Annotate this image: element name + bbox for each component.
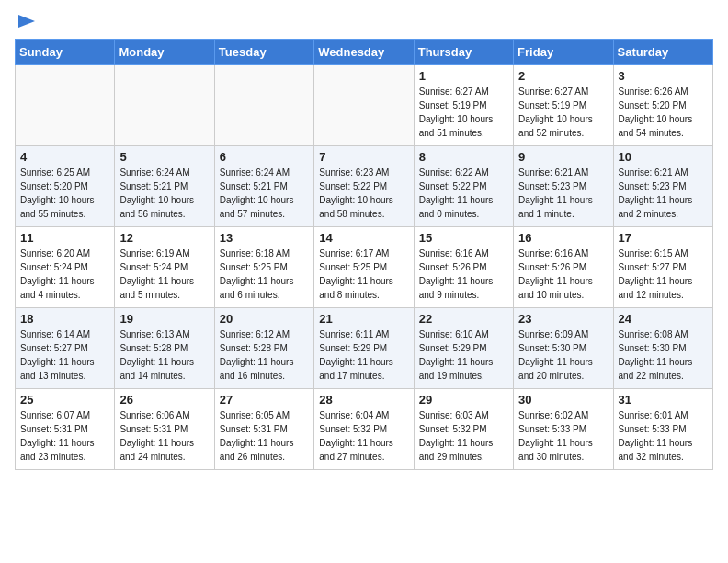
calendar-cell: 24Sunrise: 6:08 AM Sunset: 5:30 PM Dayli… <box>613 308 712 389</box>
cell-info: Sunrise: 6:07 AM Sunset: 5:31 PM Dayligh… <box>20 408 109 464</box>
cell-info: Sunrise: 6:08 AM Sunset: 5:30 PM Dayligh… <box>619 327 708 383</box>
day-number: 21 <box>319 312 408 326</box>
calendar-cell: 22Sunrise: 6:10 AM Sunset: 5:29 PM Dayli… <box>414 308 513 389</box>
calendar-cell: 23Sunrise: 6:09 AM Sunset: 5:30 PM Dayli… <box>514 308 613 389</box>
cell-info: Sunrise: 6:24 AM Sunset: 5:21 PM Dayligh… <box>119 166 209 221</box>
day-header-saturday: Saturday <box>613 40 712 65</box>
cell-info: Sunrise: 6:06 AM Sunset: 5:31 PM Dayligh… <box>119 408 209 464</box>
day-number: 20 <box>220 312 309 326</box>
header <box>15 15 713 31</box>
calendar-cell: 28Sunrise: 6:04 AM Sunset: 5:32 PM Dayli… <box>314 389 414 470</box>
calendar-cell: 20Sunrise: 6:12 AM Sunset: 5:28 PM Dayli… <box>214 308 313 389</box>
day-number: 4 <box>20 150 109 164</box>
calendar-week-row: 11Sunrise: 6:20 AM Sunset: 5:24 PM Dayli… <box>16 227 713 308</box>
day-number: 14 <box>319 231 408 245</box>
calendar-cell <box>115 65 214 146</box>
cell-info: Sunrise: 6:19 AM Sunset: 5:24 PM Dayligh… <box>119 247 209 302</box>
cell-info: Sunrise: 6:18 AM Sunset: 5:25 PM Dayligh… <box>220 247 309 302</box>
cell-info: Sunrise: 6:16 AM Sunset: 5:26 PM Dayligh… <box>419 247 508 302</box>
cell-info: Sunrise: 6:02 AM Sunset: 5:33 PM Dayligh… <box>518 408 608 464</box>
calendar-cell: 8Sunrise: 6:22 AM Sunset: 5:22 PM Daylig… <box>414 146 513 227</box>
cell-info: Sunrise: 6:21 AM Sunset: 5:23 PM Dayligh… <box>518 166 608 221</box>
calendar-cell: 3Sunrise: 6:26 AM Sunset: 5:20 PM Daylig… <box>613 65 712 146</box>
cell-info: Sunrise: 6:04 AM Sunset: 5:32 PM Dayligh… <box>319 408 408 464</box>
calendar-cell: 21Sunrise: 6:11 AM Sunset: 5:29 PM Dayli… <box>314 308 414 389</box>
day-header-wednesday: Wednesday <box>314 40 414 65</box>
day-number: 31 <box>619 393 708 407</box>
calendar-week-row: 25Sunrise: 6:07 AM Sunset: 5:31 PM Dayli… <box>16 389 713 470</box>
cell-info: Sunrise: 6:20 AM Sunset: 5:24 PM Dayligh… <box>20 247 109 302</box>
day-number: 6 <box>220 150 309 164</box>
day-number: 16 <box>518 231 608 245</box>
calendar-cell: 25Sunrise: 6:07 AM Sunset: 5:31 PM Dayli… <box>16 389 115 470</box>
cell-info: Sunrise: 6:24 AM Sunset: 5:21 PM Dayligh… <box>220 166 309 221</box>
cell-info: Sunrise: 6:10 AM Sunset: 5:29 PM Dayligh… <box>419 327 508 383</box>
calendar-header-row: SundayMondayTuesdayWednesdayThursdayFrid… <box>16 40 713 65</box>
calendar-cell: 30Sunrise: 6:02 AM Sunset: 5:33 PM Dayli… <box>514 389 613 470</box>
day-number: 11 <box>20 231 109 245</box>
day-number: 13 <box>220 231 309 245</box>
calendar-week-row: 1Sunrise: 6:27 AM Sunset: 5:19 PM Daylig… <box>16 65 713 146</box>
day-header-thursday: Thursday <box>414 40 513 65</box>
calendar-cell: 26Sunrise: 6:06 AM Sunset: 5:31 PM Dayli… <box>115 389 214 470</box>
day-number: 2 <box>518 69 608 83</box>
day-number: 25 <box>20 393 109 407</box>
cell-info: Sunrise: 6:11 AM Sunset: 5:29 PM Dayligh… <box>319 327 408 383</box>
calendar-cell: 6Sunrise: 6:24 AM Sunset: 5:21 PM Daylig… <box>214 146 313 227</box>
calendar-cell: 4Sunrise: 6:25 AM Sunset: 5:20 PM Daylig… <box>16 146 115 227</box>
calendar-cell: 13Sunrise: 6:18 AM Sunset: 5:25 PM Dayli… <box>214 227 313 308</box>
calendar-cell: 17Sunrise: 6:15 AM Sunset: 5:27 PM Dayli… <box>613 227 712 308</box>
cell-info: Sunrise: 6:27 AM Sunset: 5:19 PM Dayligh… <box>419 85 508 140</box>
cell-info: Sunrise: 6:16 AM Sunset: 5:26 PM Dayligh… <box>518 247 608 302</box>
cell-info: Sunrise: 6:12 AM Sunset: 5:28 PM Dayligh… <box>220 327 309 383</box>
calendar-cell <box>16 65 115 146</box>
calendar-cell: 31Sunrise: 6:01 AM Sunset: 5:33 PM Dayli… <box>613 389 712 470</box>
day-number: 1 <box>419 69 508 83</box>
day-number: 23 <box>518 312 608 326</box>
day-header-monday: Monday <box>115 40 214 65</box>
cell-info: Sunrise: 6:05 AM Sunset: 5:31 PM Dayligh… <box>220 408 309 464</box>
cell-info: Sunrise: 6:15 AM Sunset: 5:27 PM Dayligh… <box>619 247 708 302</box>
cell-info: Sunrise: 6:23 AM Sunset: 5:22 PM Dayligh… <box>319 166 408 221</box>
calendar-cell: 29Sunrise: 6:03 AM Sunset: 5:32 PM Dayli… <box>414 389 513 470</box>
calendar-cell: 14Sunrise: 6:17 AM Sunset: 5:25 PM Dayli… <box>314 227 414 308</box>
day-number: 28 <box>319 393 408 407</box>
day-header-tuesday: Tuesday <box>214 40 313 65</box>
calendar-cell: 2Sunrise: 6:27 AM Sunset: 5:19 PM Daylig… <box>514 65 613 146</box>
day-header-friday: Friday <box>514 40 613 65</box>
day-number: 27 <box>220 393 309 407</box>
calendar-cell: 16Sunrise: 6:16 AM Sunset: 5:26 PM Dayli… <box>514 227 613 308</box>
day-header-sunday: Sunday <box>16 40 115 65</box>
cell-info: Sunrise: 6:25 AM Sunset: 5:20 PM Dayligh… <box>20 166 109 221</box>
cell-info: Sunrise: 6:27 AM Sunset: 5:19 PM Dayligh… <box>518 85 608 140</box>
calendar-cell: 12Sunrise: 6:19 AM Sunset: 5:24 PM Dayli… <box>115 227 214 308</box>
calendar-cell: 7Sunrise: 6:23 AM Sunset: 5:22 PM Daylig… <box>314 146 414 227</box>
calendar-cell <box>314 65 414 146</box>
calendar-week-row: 18Sunrise: 6:14 AM Sunset: 5:27 PM Dayli… <box>16 308 713 389</box>
day-number: 29 <box>419 393 508 407</box>
calendar-cell: 10Sunrise: 6:21 AM Sunset: 5:23 PM Dayli… <box>613 146 712 227</box>
day-number: 19 <box>119 312 209 326</box>
day-number: 26 <box>119 393 209 407</box>
day-number: 12 <box>119 231 209 245</box>
day-number: 5 <box>119 150 209 164</box>
calendar-cell: 1Sunrise: 6:27 AM Sunset: 5:19 PM Daylig… <box>414 65 513 146</box>
day-number: 18 <box>20 312 109 326</box>
day-number: 15 <box>419 231 508 245</box>
day-number: 3 <box>619 69 708 83</box>
calendar-cell: 18Sunrise: 6:14 AM Sunset: 5:27 PM Dayli… <box>16 308 115 389</box>
calendar-cell: 27Sunrise: 6:05 AM Sunset: 5:31 PM Dayli… <box>214 389 313 470</box>
cell-info: Sunrise: 6:22 AM Sunset: 5:22 PM Dayligh… <box>419 166 508 221</box>
cell-info: Sunrise: 6:01 AM Sunset: 5:33 PM Dayligh… <box>619 408 708 464</box>
day-number: 7 <box>319 150 408 164</box>
cell-info: Sunrise: 6:09 AM Sunset: 5:30 PM Dayligh… <box>518 327 608 383</box>
day-number: 10 <box>619 150 708 164</box>
calendar-cell: 15Sunrise: 6:16 AM Sunset: 5:26 PM Dayli… <box>414 227 513 308</box>
cell-info: Sunrise: 6:26 AM Sunset: 5:20 PM Dayligh… <box>619 85 708 140</box>
day-number: 9 <box>518 150 608 164</box>
calendar-cell <box>214 65 313 146</box>
cell-info: Sunrise: 6:17 AM Sunset: 5:25 PM Dayligh… <box>319 247 408 302</box>
calendar-cell: 11Sunrise: 6:20 AM Sunset: 5:24 PM Dayli… <box>16 227 115 308</box>
cell-info: Sunrise: 6:21 AM Sunset: 5:23 PM Dayligh… <box>619 166 708 221</box>
calendar-week-row: 4Sunrise: 6:25 AM Sunset: 5:20 PM Daylig… <box>16 146 713 227</box>
